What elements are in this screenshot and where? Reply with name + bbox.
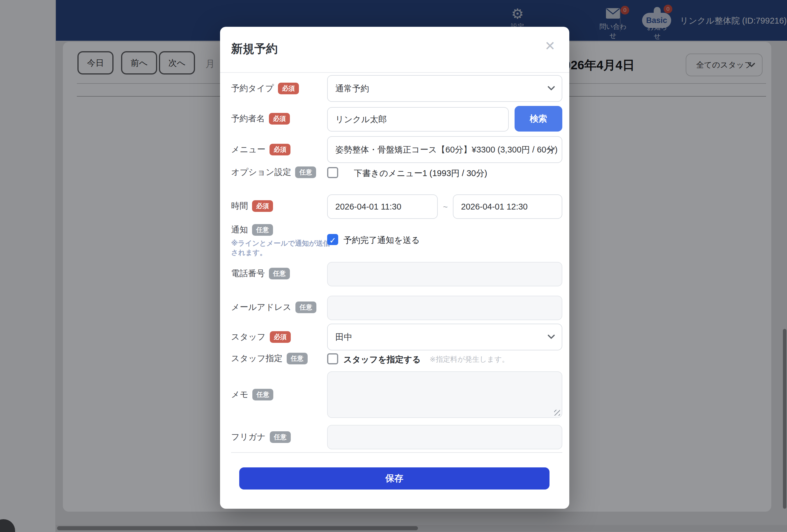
field-label-notify: 通知任意 [231, 223, 273, 237]
modal-title: 新規予約 [231, 41, 278, 57]
resize-grip[interactable] [554, 410, 560, 416]
staff-assign-checkbox[interactable] [327, 353, 338, 364]
field-label-type: 予約タイプ必須 [231, 75, 299, 102]
staff-select[interactable]: 田中 [327, 324, 562, 350]
phone-input[interactable] [327, 262, 562, 286]
field-label-furigana: フリガナ任意 [231, 425, 291, 449]
notify-checkbox-label[interactable]: 予約完了通知を送る [343, 235, 420, 246]
optional-badge: 任意 [287, 353, 307, 364]
memo-textarea[interactable] [327, 371, 562, 418]
staff-assign-checkbox-label[interactable]: スタッフを指定する [343, 354, 421, 365]
name-input-value: リンクル太郎 [335, 115, 387, 124]
optional-badge: 任意 [270, 431, 291, 443]
field-label-staff-assign: スタッフ指定任意 [231, 352, 307, 365]
field-label-name: 予約者名必須 [231, 107, 290, 131]
field-label-time: 時間必須 [231, 194, 273, 218]
type-select-value: 通常予約 [335, 84, 369, 93]
option-checkbox[interactable] [327, 167, 338, 178]
type-select[interactable]: 通常予約 [327, 75, 562, 102]
required-badge: 必須 [252, 200, 273, 212]
field-label-memo: メモ任意 [231, 371, 273, 418]
time-separator: ~ [443, 203, 448, 212]
time-end-value: 2026-04-01 12:30 [461, 202, 528, 211]
optional-badge: 任意 [295, 301, 316, 313]
menu-select[interactable]: 姿勢整体・骨盤矯正コース【60分】¥3300 (3,300円 / 60分) [327, 136, 562, 163]
field-label-menu: メニュー必須 [231, 136, 291, 163]
notify-checkbox[interactable]: ✓ [327, 234, 338, 245]
field-label-staff: スタッフ必須 [231, 324, 291, 350]
save-button[interactable]: 保存 [239, 467, 550, 490]
name-input[interactable]: リンクル太郎 [327, 107, 509, 131]
search-button[interactable]: 検索 [515, 106, 562, 131]
required-badge: 必須 [278, 83, 299, 94]
required-badge: 必須 [269, 113, 290, 125]
close-icon[interactable]: ✕ [545, 40, 555, 52]
notify-note: ※ラインとメールで通知が送信されます。 [231, 239, 331, 257]
chevron-down-icon [548, 147, 555, 152]
optional-badge: 任意 [252, 389, 273, 401]
chevron-down-icon [548, 335, 555, 339]
time-end-input[interactable]: 2026-04-01 12:30 [453, 194, 562, 219]
staff-select-value: 田中 [335, 332, 352, 342]
field-label-phone: 電話番号任意 [231, 261, 290, 286]
optional-badge: 任意 [295, 167, 316, 178]
time-start-input[interactable]: 2026-04-01 11:30 [327, 194, 438, 219]
modal-footer-divider [231, 452, 562, 453]
option-checkbox-label[interactable]: 下書きのメニュー1 (1993円 / 30分) [354, 168, 487, 179]
optional-badge: 任意 [252, 224, 273, 236]
new-reservation-modal: 新規予約 ✕ 予約タイプ必須 通常予約 予約者名必須 リンクル太郎 検索 メニュ… [220, 27, 569, 509]
email-input[interactable] [327, 296, 562, 320]
app-root: ⚙ 設定 0 問い合わせ 0 お知らせ Basi [0, 0, 787, 532]
chevron-down-icon [548, 86, 555, 91]
time-start-value: 2026-04-01 11:30 [335, 202, 401, 211]
modal-header-divider [220, 72, 569, 73]
menu-select-value: 姿勢整体・骨盤矯正コース【60分】¥3300 (3,300円 / 60分) [335, 145, 558, 154]
field-label-option: オプション設定任意 [231, 164, 316, 180]
required-badge: 必須 [270, 331, 291, 343]
furigana-input[interactable] [327, 425, 562, 449]
field-label-email: メールアドレス任意 [231, 295, 316, 320]
optional-badge: 任意 [269, 268, 290, 279]
required-badge: 必須 [270, 144, 291, 155]
staff-assign-note: ※指定料が発生します。 [430, 355, 509, 364]
